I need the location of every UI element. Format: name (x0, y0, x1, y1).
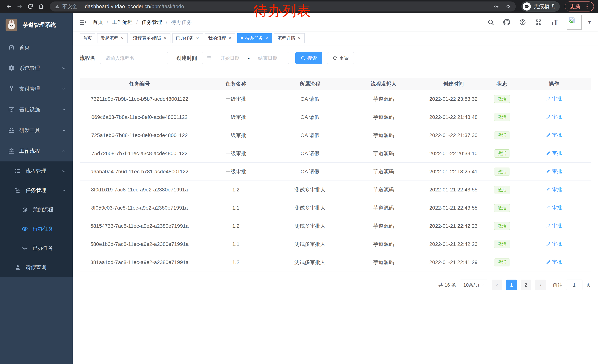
table-header-row: 任务编号 任务名称 所属流程 流程发起人 创建时间 状态 操作 (80, 78, 591, 90)
goto-page-input[interactable] (566, 280, 582, 290)
reset-button[interactable]: 重置 (327, 52, 354, 64)
chevron-up-icon (61, 149, 66, 154)
forward-button[interactable] (15, 2, 25, 11)
hamburger-collapse-button[interactable] (79, 18, 87, 26)
page-button-2[interactable]: 2 (521, 280, 531, 290)
tab-close-icon[interactable]: × (163, 36, 167, 40)
approve-button[interactable]: 审批 (546, 132, 562, 138)
cell-actions: 审批 (517, 96, 591, 103)
chevron-down-icon (481, 283, 485, 287)
sidebar-item-todo-tasks[interactable]: 待办任务 (0, 219, 73, 238)
avatar-caret-icon[interactable]: ▼ (587, 20, 592, 25)
cell-task-id: 725a1eb6-7b88-11ec-8ef0-acde48001122 (80, 132, 199, 138)
help-button[interactable] (519, 19, 526, 26)
edit-pencil-icon (546, 259, 551, 264)
avatar[interactable] (567, 15, 582, 30)
sidebar-item-label: 请假查询 (25, 264, 46, 271)
tab[interactable]: 发起流程 × (97, 33, 128, 43)
column-header: 所属流程 (273, 80, 348, 87)
breadcrumb-item-home[interactable]: 首页 (93, 19, 103, 26)
breadcrumb-item-workflow[interactable]: 工作流程 (112, 19, 133, 26)
cell-task-id: 069c6a63-7b8a-11ec-8ef0-acde48001122 (80, 114, 199, 120)
header-search-button[interactable] (487, 19, 494, 26)
robot-face-icon (22, 206, 28, 213)
sidebar-item-infrastructure[interactable]: 基础设施 (0, 99, 73, 120)
tab-close-icon[interactable]: × (297, 36, 301, 40)
sidebar-item-leave-query[interactable]: 请假查询 (0, 258, 73, 277)
table-row: 580e1b3d-7ac8-11ec-a9e2-a2380e71991a 1.1… (80, 235, 591, 253)
sidebar-item-task-management[interactable]: 任务管理 (0, 181, 73, 200)
approve-button[interactable]: 审批 (546, 150, 562, 156)
sidebar-item-label: 流程管理 (25, 168, 46, 175)
security-label: 不安全 (62, 3, 77, 10)
sidebar-item-process-management[interactable]: 流程管理 (0, 162, 73, 181)
cell-starter: 芋道源码 (348, 168, 420, 175)
chevron-down-icon (61, 128, 66, 133)
approve-label: 审批 (552, 96, 562, 102)
approve-button[interactable]: 审批 (546, 186, 562, 193)
update-label: 更新 (570, 3, 581, 10)
process-name-input[interactable] (100, 52, 168, 64)
navbar-actions: TT ▼ (487, 15, 592, 30)
tab-close-icon[interactable]: × (228, 36, 232, 40)
status-badge: 激活 (494, 95, 510, 103)
tab[interactable]: 待办任务 × (237, 33, 272, 43)
tab-close-icon[interactable]: × (195, 36, 199, 40)
search-icon (301, 56, 306, 61)
edit-pencil-icon (546, 133, 551, 138)
tab-close-icon[interactable]: × (265, 36, 269, 40)
reload-button[interactable] (25, 2, 35, 11)
tab-label: 流程表单-编辑 (133, 35, 161, 41)
sidebar-item-my-process[interactable]: 我的流程 (0, 200, 73, 219)
sidebar-item-label: 首页 (19, 44, 30, 51)
sidebar-item-workflow[interactable]: 工作流程 (0, 141, 73, 162)
approve-button[interactable]: 审批 (546, 204, 562, 211)
next-page-button[interactable]: › (535, 280, 546, 290)
tab[interactable]: 流程表单-编辑 × (130, 33, 170, 43)
approve-button[interactable]: 审批 (546, 96, 562, 102)
search-button[interactable]: 搜索 (295, 52, 322, 64)
tab[interactable]: 流程详情 × (274, 33, 305, 43)
github-button[interactable] (503, 19, 510, 26)
cell-created-time: 2022-01-21 22:42:23 (420, 223, 487, 229)
sidebar-item-home[interactable]: 首页 (0, 37, 73, 58)
tab[interactable]: 我的流程 × (205, 33, 235, 43)
approve-button[interactable]: 审批 (546, 168, 562, 175)
column-header: 创建时间 (420, 80, 487, 87)
tab-label: 流程详情 (277, 35, 295, 41)
create-time-label: 创建时间 (176, 55, 197, 62)
logo-row[interactable]: 芋道管理系统 (0, 13, 73, 37)
tab-close-icon[interactable]: × (120, 36, 124, 40)
cell-task-name: 一级审批 (199, 168, 273, 175)
date-range-picker[interactable]: 开始日期 - 结束日期 (202, 52, 289, 64)
sidebar-item-label: 任务管理 (25, 187, 46, 194)
breadcrumb-separator: / (166, 19, 167, 25)
sidebar-item-dev-tools[interactable]: 研发工具 (0, 120, 73, 141)
password-key-button[interactable] (493, 4, 499, 9)
bookmark-star-button[interactable] (505, 4, 511, 9)
approve-button[interactable]: 审批 (546, 114, 562, 120)
sidebar-item-system[interactable]: 系统管理 (0, 58, 73, 79)
approve-button[interactable]: 审批 (546, 259, 562, 265)
text-size-button[interactable]: TT (551, 19, 558, 26)
breadcrumb-item-task-management[interactable]: 任务管理 (141, 19, 162, 26)
approve-button[interactable]: 审批 (546, 223, 562, 229)
prev-page-button[interactable]: ‹ (492, 280, 502, 290)
update-button[interactable]: 更新 (565, 1, 594, 11)
tab[interactable]: 首页 × (80, 33, 95, 43)
approve-label: 审批 (552, 150, 562, 156)
address-bar[interactable]: 不安全 dashboard.yudao.iocoder.cn/bpm/task/… (50, 1, 516, 11)
page-button-1[interactable]: 1 (506, 280, 517, 290)
tab[interactable]: 已办任务 × (173, 33, 203, 43)
page-size-select[interactable]: 10条/页 (460, 280, 488, 290)
tags-view-bar: 首页 × 发起流程 × 流程表单-编辑 × 已办任务 (73, 32, 598, 45)
breadcrumb-item-todo-tasks: 待办任务 (171, 19, 192, 26)
sidebar-item-done-tasks[interactable]: 已办任务 (0, 238, 73, 258)
back-button[interactable] (4, 2, 14, 11)
home-button[interactable] (36, 2, 46, 11)
fullscreen-button[interactable] (535, 19, 542, 26)
browser-menu-dots-icon[interactable] (584, 4, 590, 9)
sidebar-item-payment[interactable]: ¥ 支付管理 (0, 79, 73, 99)
approve-button[interactable]: 审批 (546, 241, 562, 247)
incognito-badge: 无痕模式 (521, 1, 560, 12)
